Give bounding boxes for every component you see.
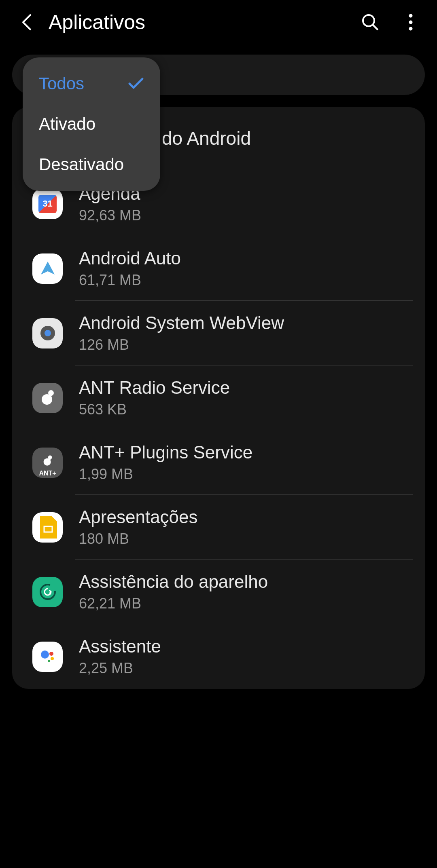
app-size: 62,21 MB xyxy=(79,595,268,612)
app-icon-ant-radio xyxy=(32,383,63,413)
app-info: Android Auto 61,71 MB xyxy=(79,248,181,289)
dropdown-item-ativado[interactable]: Ativado xyxy=(23,104,160,144)
svg-point-1 xyxy=(409,14,413,18)
app-info: Assistência do aparelho 62,21 MB xyxy=(79,572,268,612)
svg-line-13 xyxy=(53,326,55,328)
app-info: ANT Radio Service 563 KB xyxy=(79,378,230,418)
app-row-ant-plugins[interactable]: ANT+ ANT+ Plugins Service 1,99 MB xyxy=(12,430,425,495)
app-icon-android-auto xyxy=(32,253,63,284)
more-button[interactable] xyxy=(401,12,421,32)
app-name: Assistente xyxy=(79,636,161,657)
search-icon xyxy=(361,13,379,31)
app-name: ANT Radio Service xyxy=(79,378,230,398)
app-name: Assistência do aparelho xyxy=(79,572,268,592)
app-row-android-auto[interactable]: Android Auto 61,71 MB xyxy=(12,236,425,301)
check-icon xyxy=(128,74,144,93)
svg-point-15 xyxy=(40,585,55,599)
app-size: 126 MB xyxy=(79,336,284,353)
svg-line-12 xyxy=(41,338,42,340)
dropdown-item-desativado[interactable]: Desativado xyxy=(23,144,160,185)
search-button[interactable] xyxy=(360,12,380,32)
app-name: ANT+ Plugins Service xyxy=(79,442,252,463)
app-info: Apresentações 180 MB xyxy=(79,507,198,547)
svg-point-18 xyxy=(51,657,54,660)
app-size: 61,71 MB xyxy=(79,272,181,289)
page-title: Aplicativos xyxy=(49,11,360,34)
app-icon-assistencia xyxy=(32,577,63,607)
svg-point-16 xyxy=(41,650,49,659)
app-name: Android System WebView xyxy=(79,313,284,333)
app-size: 563 KB xyxy=(79,401,230,418)
dropdown-label: Todos xyxy=(39,74,84,93)
app-icon-webview xyxy=(32,318,63,348)
back-button[interactable] xyxy=(16,12,36,32)
app-icon-apresentacoes xyxy=(32,512,63,543)
app-header: Aplicativos xyxy=(0,0,437,44)
svg-line-10 xyxy=(41,326,42,328)
app-icon-ant-plugins: ANT+ xyxy=(32,448,63,478)
back-icon xyxy=(21,13,32,31)
app-info: Assistente 2,25 MB xyxy=(79,636,161,677)
dropdown-item-todos[interactable]: Todos xyxy=(23,63,160,104)
dropdown-label: Desativado xyxy=(39,155,124,174)
app-size: 180 MB xyxy=(79,530,198,547)
svg-line-11 xyxy=(53,338,55,340)
app-info: ANT+ Plugins Service 1,99 MB xyxy=(79,442,252,483)
dropdown-label: Ativado xyxy=(39,114,95,134)
svg-point-17 xyxy=(49,652,53,656)
more-vert-icon xyxy=(409,13,413,31)
app-size: 2,25 MB xyxy=(79,660,161,677)
app-size: 92,63 MB xyxy=(79,207,141,224)
app-row-assistente[interactable]: Assistente 2,25 MB xyxy=(12,624,425,689)
app-row-assistencia[interactable]: Assistência do aparelho 62,21 MB xyxy=(12,560,425,624)
app-row-webview[interactable]: Android System WebView 126 MB xyxy=(12,301,425,365)
filter-dropdown: Todos Ativado Desativado xyxy=(23,57,160,191)
app-icon-agenda: 31 xyxy=(32,189,63,219)
header-actions xyxy=(360,12,421,32)
svg-point-2 xyxy=(409,21,413,24)
svg-point-5 xyxy=(45,330,51,336)
app-name: Apresentações xyxy=(79,507,198,527)
app-name: Android Auto xyxy=(79,248,181,268)
app-row-apresentacoes[interactable]: Apresentações 180 MB xyxy=(12,495,425,560)
app-icon-assistente xyxy=(32,642,63,672)
svg-point-3 xyxy=(409,27,413,31)
app-row-ant-radio[interactable]: ANT Radio Service 563 KB xyxy=(12,365,425,430)
apps-card: do Android 31 Agenda 92,63 MB Android Au… xyxy=(12,107,425,689)
app-size: 1,99 MB xyxy=(79,466,252,483)
app-info: Android System WebView 126 MB xyxy=(79,313,284,353)
svg-point-19 xyxy=(48,660,50,662)
